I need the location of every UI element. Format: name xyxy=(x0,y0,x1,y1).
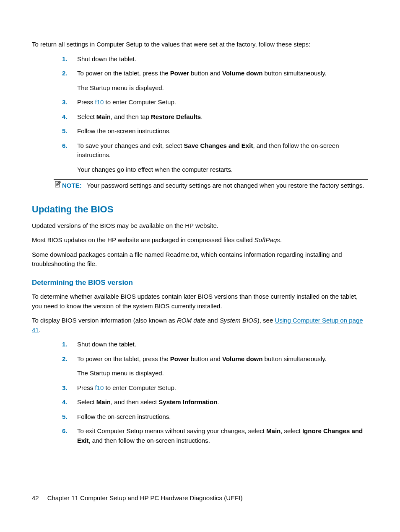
step-text: Select Main, and then select System Info… xyxy=(77,398,219,405)
step-number: 5. xyxy=(62,412,68,422)
step-sub: Your changes go into effect when the com… xyxy=(77,165,368,175)
step-text: Press f10 to enter Computer Setup. xyxy=(77,384,176,391)
step-item: 3. Press f10 to enter Computer Setup. xyxy=(62,383,368,393)
paragraph: Most BIOS updates on the HP website are … xyxy=(32,235,368,245)
intro-paragraph: To return all settings in Computer Setup… xyxy=(32,40,368,49)
page-number: 42 xyxy=(32,494,39,501)
step-item: 5. Follow the on-screen instructions. xyxy=(62,127,368,136)
note-icon xyxy=(54,181,61,188)
note-callout: NOTE: Your password settings and securit… xyxy=(54,179,368,192)
step-sub: The Startup menu is displayed. xyxy=(77,369,368,378)
heading-updating-bios: Updating the BIOS xyxy=(32,202,368,216)
paragraph: To determine whether available BIOS upda… xyxy=(32,292,368,311)
heading-determine-version: Determining the BIOS version xyxy=(32,277,368,288)
step-number: 1. xyxy=(62,54,68,64)
step-item: 3. Press f10 to enter Computer Setup. xyxy=(62,98,368,107)
note-body: NOTE: Your password settings and securit… xyxy=(62,181,368,191)
step-text: Follow the on-screen instructions. xyxy=(77,413,171,420)
paragraph: To display BIOS version information (als… xyxy=(32,316,368,335)
step-text: To save your changes and exit, select Sa… xyxy=(77,142,339,159)
step-number: 6. xyxy=(62,141,68,151)
step-item: 1. Shut down the tablet. xyxy=(62,54,368,64)
step-item: 2. To power on the tablet, press the Pow… xyxy=(62,354,368,378)
step-number: 3. xyxy=(62,98,68,107)
page-content: To return all settings in Computer Setup… xyxy=(0,0,400,445)
note-label: NOTE: xyxy=(62,182,82,189)
step-number: 2. xyxy=(62,69,68,78)
steps-list-2: 1. Shut down the tablet. 2. To power on … xyxy=(62,340,368,445)
step-sub: The Startup menu is displayed. xyxy=(77,83,368,93)
step-text: Shut down the tablet. xyxy=(77,55,136,62)
step-number: 5. xyxy=(62,127,68,136)
step-item: 6. To save your changes and exit, select… xyxy=(62,141,368,175)
step-item: 4. Select Main, and then tap Restore Def… xyxy=(62,112,368,122)
page-footer: 42Chapter 11 Computer Setup and HP PC Ha… xyxy=(32,493,242,503)
step-item: 1. Shut down the tablet. xyxy=(62,340,368,349)
step-text: To exit Computer Setup menus without sav… xyxy=(77,427,363,444)
steps-list-1: 1. Shut down the tablet. 2. To power on … xyxy=(62,54,368,175)
key-f10: f10 xyxy=(95,98,104,106)
step-text: To power on the tablet, press the Power … xyxy=(77,70,327,77)
step-text: Follow the on-screen instructions. xyxy=(77,127,171,134)
step-number: 2. xyxy=(62,354,68,364)
paragraph: Some download packages contain a file na… xyxy=(32,250,368,269)
step-item: 2. To power on the tablet, press the Pow… xyxy=(62,69,368,93)
step-number: 4. xyxy=(62,112,68,122)
step-text: Press f10 to enter Computer Setup. xyxy=(77,98,176,106)
step-text: To power on the tablet, press the Power … xyxy=(77,355,327,362)
step-number: 4. xyxy=(62,398,68,407)
chapter-label: Chapter 11 Computer Setup and HP PC Hard… xyxy=(47,494,243,501)
step-number: 6. xyxy=(62,426,68,436)
step-number: 3. xyxy=(62,383,68,393)
paragraph: Updated versions of the BIOS may be avai… xyxy=(32,221,368,231)
note-text: Your password settings and security sett… xyxy=(87,182,364,189)
step-item: 5. Follow the on-screen instructions. xyxy=(62,412,368,422)
key-f10: f10 xyxy=(95,384,104,391)
step-number: 1. xyxy=(62,340,68,349)
step-text: Select Main, and then tap Restore Defaul… xyxy=(77,113,203,120)
step-item: 4. Select Main, and then select System I… xyxy=(62,398,368,407)
step-text: Shut down the tablet. xyxy=(77,341,136,348)
step-item: 6. To exit Computer Setup menus without … xyxy=(62,426,368,445)
